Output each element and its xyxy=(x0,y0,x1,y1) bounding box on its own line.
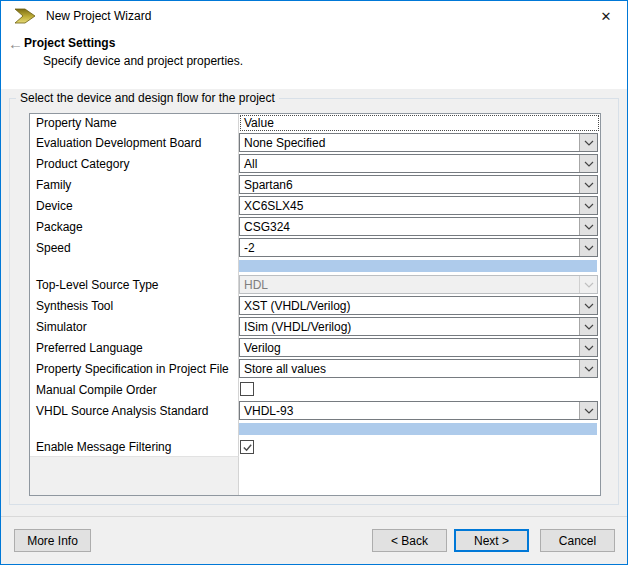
separator-row xyxy=(30,421,600,437)
value-header-focus-box: Value xyxy=(240,115,599,131)
button-bar: More Info < Back Next > Cancel xyxy=(1,516,627,564)
evaluation-development-board-select[interactable]: None Specified xyxy=(239,133,598,152)
row-label: Evaluation Development Board xyxy=(30,132,239,153)
content-area: Select the device and design flow for th… xyxy=(1,89,627,516)
window-title: New Project Wizard xyxy=(46,9,151,23)
selection-bar xyxy=(239,423,597,435)
chevron-down-icon xyxy=(579,239,597,256)
speed-select[interactable]: -2 xyxy=(239,238,598,257)
row-label: Enable Message Filtering xyxy=(30,437,239,456)
table-row: Product Category All xyxy=(30,153,600,174)
row-label: Manual Compile Order xyxy=(30,379,239,400)
row-label: Top-Level Source Type xyxy=(30,274,239,295)
preferred-language-select[interactable]: Verilog xyxy=(239,338,598,357)
family-select[interactable]: Spartan6 xyxy=(239,175,598,194)
groupbox-label: Select the device and design flow for th… xyxy=(16,91,279,105)
table-row: Synthesis Tool XST (VHDL/Verilog) xyxy=(30,295,600,316)
table-row: Enable Message Filtering xyxy=(30,437,600,456)
chevron-down-icon xyxy=(579,134,597,151)
close-icon[interactable]: ✕ xyxy=(597,7,615,25)
title-bar: New Project Wizard ✕ xyxy=(1,1,627,31)
row-label: VHDL Source Analysis Standard xyxy=(30,400,239,421)
property-specification-select[interactable]: Store all values xyxy=(239,359,598,378)
row-label: Property Specification in Project File xyxy=(30,358,239,379)
new-project-wizard-dialog: New Project Wizard ✕ ← Project Settings … xyxy=(0,0,628,565)
wizard-header: ← Project Settings Specify device and pr… xyxy=(1,31,627,89)
row-label: Package xyxy=(30,216,239,237)
table-row: Property Specification in Project File S… xyxy=(30,358,600,379)
more-info-button[interactable]: More Info xyxy=(14,529,91,552)
row-label: Device xyxy=(30,195,239,216)
next-button[interactable]: Next > xyxy=(454,529,529,552)
table-row: Device XC6SLX45 xyxy=(30,195,600,216)
table-row: Evaluation Development Board None Specif… xyxy=(30,132,600,153)
table-row: Family Spartan6 xyxy=(30,174,600,195)
row-label: Preferred Language xyxy=(30,337,239,358)
row-label: Simulator xyxy=(30,316,239,337)
top-level-source-type-select: HDL xyxy=(239,275,598,294)
chevron-down-icon xyxy=(579,218,597,235)
chevron-down-icon xyxy=(579,197,597,214)
table-row: Simulator ISim (VHDL/Verilog) xyxy=(30,316,600,337)
chevron-down-icon xyxy=(579,155,597,172)
xilinx-arrow-icon xyxy=(14,8,36,24)
table-row: VHDL Source Analysis Standard VHDL-93 xyxy=(30,400,600,421)
package-select[interactable]: CSG324 xyxy=(239,217,598,236)
chevron-down-icon xyxy=(579,318,597,335)
row-label: Family xyxy=(30,174,239,195)
simulator-select[interactable]: ISim (VHDL/Verilog) xyxy=(239,317,598,336)
row-label: Product Category xyxy=(30,153,239,174)
cancel-button[interactable]: Cancel xyxy=(540,529,615,552)
device-groupbox: Select the device and design flow for th… xyxy=(9,98,619,505)
synthesis-tool-select[interactable]: XST (VHDL/Verilog) xyxy=(239,296,598,315)
separator-row xyxy=(30,258,600,274)
device-select[interactable]: XC6SLX45 xyxy=(239,196,598,215)
vhdl-source-analysis-standard-select[interactable]: VHDL-93 xyxy=(239,401,598,420)
table-header-row: Property Name Value xyxy=(30,114,600,132)
property-name-header: Property Name xyxy=(30,114,239,132)
chevron-down-icon xyxy=(579,360,597,377)
table-row: Speed -2 xyxy=(30,237,600,258)
back-button[interactable]: < Back xyxy=(372,529,447,552)
chevron-down-icon xyxy=(579,339,597,356)
page-title: Project Settings xyxy=(24,36,115,50)
table-row: Preferred Language Verilog xyxy=(30,337,600,358)
chevron-down-icon xyxy=(579,276,597,293)
back-arrow-icon: ← xyxy=(8,37,23,50)
table-row: Manual Compile Order xyxy=(30,379,600,400)
enable-message-filtering-checkbox[interactable] xyxy=(240,440,254,454)
table-row: Package CSG324 xyxy=(30,216,600,237)
chevron-down-icon xyxy=(579,402,597,419)
manual-compile-order-checkbox[interactable] xyxy=(240,382,254,396)
product-category-select[interactable]: All xyxy=(239,154,598,173)
chevron-down-icon xyxy=(579,297,597,314)
row-label: Synthesis Tool xyxy=(30,295,239,316)
value-header: Value xyxy=(239,114,600,132)
properties-table: Property Name Value Evaluation Developme… xyxy=(29,113,601,496)
table-filler-row xyxy=(30,456,600,495)
row-label: Speed xyxy=(30,237,239,258)
selection-bar xyxy=(239,260,597,272)
chevron-down-icon xyxy=(579,176,597,193)
table-row: Top-Level Source Type HDL xyxy=(30,274,600,295)
page-subtitle: Specify device and project properties. xyxy=(43,54,619,68)
